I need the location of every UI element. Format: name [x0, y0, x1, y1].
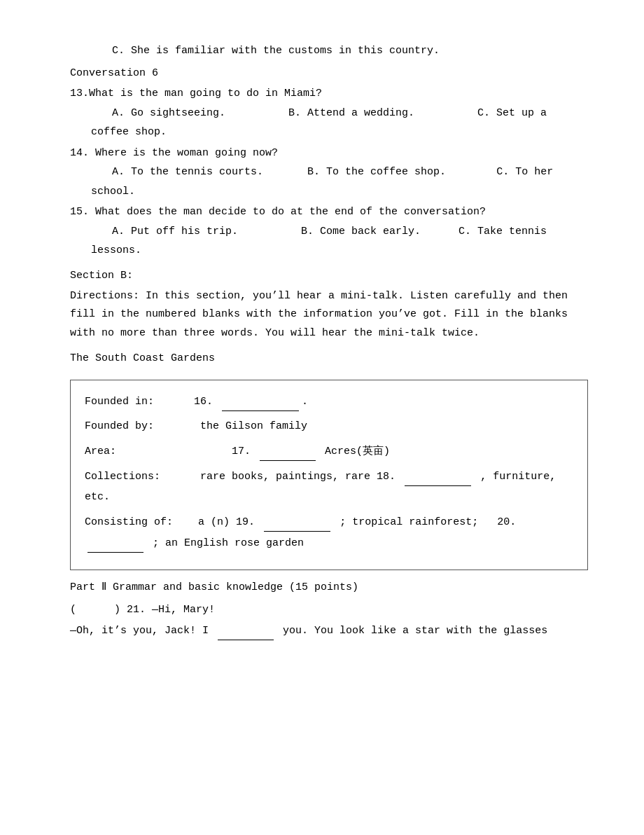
q21-paren-open: (	[70, 604, 76, 616]
blank-16	[222, 392, 299, 411]
q14-options: A. To the tennis courts. B. To the coffe…	[70, 163, 588, 181]
part-2-title: Part Ⅱ Grammar and basic knowledge (15 p…	[70, 579, 588, 597]
question-13: 13.What is the man going to do in Miami?	[70, 85, 588, 103]
q15-c-wrap: lessons.	[70, 242, 588, 260]
blank-18	[405, 467, 471, 486]
q13-options: A. Go sightseeing. B. Attend a wedding. …	[70, 104, 588, 123]
q21-line: ( ) 21. —Hi, Mary!	[70, 601, 588, 619]
collections-row: Collections: rare books, paintings, rare…	[85, 467, 573, 486]
blank-20	[88, 533, 144, 553]
consisting-row: Consisting of: a (n) 19. ; tropical rain…	[85, 512, 573, 532]
consisting-row-2: ; an English rose garden	[85, 533, 573, 553]
directions-text: Directions: In this section, you’ll hear…	[70, 287, 588, 343]
blank-21	[218, 621, 274, 640]
question-14: 14. Where is the woman going now?	[70, 144, 588, 163]
area-row: Area: 17. Acres(英亩)	[85, 441, 573, 461]
section-b-label: Section B:	[70, 267, 588, 285]
exam-content: C. She is familiar with the customs in t…	[70, 42, 588, 640]
q21-line2: —Oh, it’s you, Jack! I you. You look lik…	[70, 621, 588, 640]
founded-in-row: Founded in: 16. .	[85, 392, 573, 411]
blank-17	[260, 441, 316, 461]
q14-c-wrap: school.	[70, 183, 588, 201]
q21-paren-close: )	[114, 604, 120, 616]
option-c-q12: C. She is familiar with the customs in t…	[70, 42, 588, 60]
blank-19	[264, 512, 330, 532]
mini-talk-title: The South Coast Gardens	[70, 350, 588, 368]
info-box: Founded in: 16. . Founded by: the Gilson…	[70, 380, 588, 570]
founded-by-row: Founded by: the Gilson family	[85, 417, 573, 436]
q15-options: A. Put off his trip. B. Come back early.…	[70, 223, 588, 241]
conversation-6-label: Conversation 6	[70, 64, 588, 83]
q13-c-wrap: coffee shop.	[70, 123, 588, 142]
collections-row-2: etc.	[85, 488, 573, 506]
question-15: 15. What does the man decide to do at th…	[70, 203, 588, 221]
